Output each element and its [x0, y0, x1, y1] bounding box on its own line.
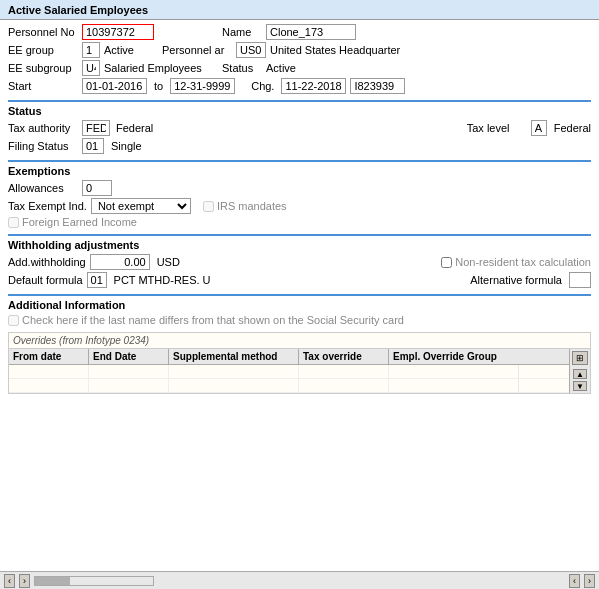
nav-prev-btn[interactable]: ‹ [569, 574, 580, 588]
to-label: to [154, 80, 163, 92]
filing-status-desc: Single [111, 140, 142, 152]
status-value: Active [266, 62, 296, 74]
default-formula-desc: PCT MTHD-RES. U [114, 274, 211, 286]
allowances-label: Allowances [8, 182, 78, 194]
allowances-input[interactable] [82, 180, 112, 196]
default-formula-code-input[interactable] [87, 272, 107, 288]
tax-authority-code-input[interactable] [82, 120, 110, 136]
alt-formula-input[interactable] [569, 272, 591, 288]
scroll-up-arrow[interactable]: ▲ [573, 369, 587, 379]
ee-subgroup-desc: Salaried Employees [104, 62, 204, 74]
filing-status-label: Filing Status [8, 140, 78, 152]
start-label: Start [8, 80, 78, 92]
start-date-input[interactable] [82, 78, 147, 94]
personnel-area-input[interactable] [236, 42, 266, 58]
personnel-no-label: Personnel No [8, 26, 78, 38]
nav-right-btn[interactable]: › [19, 574, 30, 588]
col-end-date: End Date [89, 349, 169, 364]
tab-label: Active Salaried Employees [8, 4, 148, 16]
horizontal-scrollbar[interactable] [34, 576, 154, 586]
nav-next-btn[interactable]: › [584, 574, 595, 588]
ee-group-code-input[interactable] [82, 42, 100, 58]
col-tax-override: Tax override [299, 349, 389, 364]
ee-subgroup-label: EE subgroup [8, 62, 78, 74]
scroll-down-arrow[interactable]: ▼ [573, 381, 587, 391]
chg-label: Chg. [251, 80, 274, 92]
default-formula-label: Default formula [8, 274, 83, 286]
grid-icon[interactable]: ⊞ [572, 351, 588, 365]
tax-authority-label: Tax authority [8, 122, 78, 134]
tax-exempt-label: Tax Exempt Ind. [8, 200, 87, 212]
tax-level-label: Tax level [467, 122, 527, 134]
tax-level-code-input[interactable] [531, 120, 547, 136]
col-supplemental: Supplemental method [169, 349, 299, 364]
table-row [9, 379, 569, 393]
col-empl-override: Empl. Override Group [389, 349, 519, 364]
chg-date-input[interactable] [281, 78, 346, 94]
status-label: Status [222, 62, 262, 74]
col-from-date: From date [9, 349, 89, 364]
currency-label: USD [157, 256, 180, 268]
personnel-area-desc: United States Headquarter [270, 44, 400, 56]
personnel-area-label: Personnel ar [162, 44, 232, 56]
foreign-income-checkbox[interactable] [8, 217, 19, 228]
nav-left-btn[interactable]: ‹ [4, 574, 15, 588]
irs-mandates-checkbox[interactable] [203, 201, 214, 212]
ee-group-label: EE group [8, 44, 78, 56]
status-section-title: Status [8, 105, 591, 117]
name-label: Name [222, 26, 262, 38]
personnel-no-input[interactable] [82, 24, 154, 40]
filing-status-code-input[interactable] [82, 138, 104, 154]
additional-section-title: Additional Information [8, 299, 591, 311]
non-resident-checkbox[interactable] [441, 257, 452, 268]
ee-subgroup-code-input[interactable] [82, 60, 100, 76]
tax-authority-desc: Federal [116, 122, 166, 134]
tax-level-desc: Federal [554, 122, 591, 134]
overrides-title: Overrides (from Infotype 0234) [9, 333, 590, 349]
chg-id-input[interactable] [350, 78, 405, 94]
table-row [9, 365, 569, 379]
foreign-income-label: Foreign Earned Income [22, 216, 137, 228]
social-security-label: Check here if the last name differs from… [22, 314, 404, 326]
end-date-input[interactable] [170, 78, 235, 94]
form-area: Personnel No Name EE group Active Person… [0, 20, 599, 398]
withholding-section-title: Withholding adjustments [8, 239, 591, 251]
add-withholding-input[interactable] [90, 254, 150, 270]
tax-exempt-dropdown[interactable]: Not exempt [91, 198, 191, 214]
non-resident-label: Non-resident tax calculation [455, 256, 591, 268]
social-security-checkbox[interactable] [8, 315, 19, 326]
scrollbar-thumb [35, 577, 70, 585]
alt-formula-label: Alternative formula [470, 274, 562, 286]
ee-group-desc: Active [104, 44, 144, 56]
exemptions-section-title: Exemptions [8, 165, 591, 177]
add-withholding-label: Add.withholding [8, 256, 86, 268]
name-input[interactable] [266, 24, 356, 40]
overrides-table-header: From date End Date Supplemental method T… [9, 349, 569, 365]
bottom-nav: ‹ › ‹ › [0, 571, 599, 589]
irs-mandates-label: IRS mandates [217, 200, 287, 212]
